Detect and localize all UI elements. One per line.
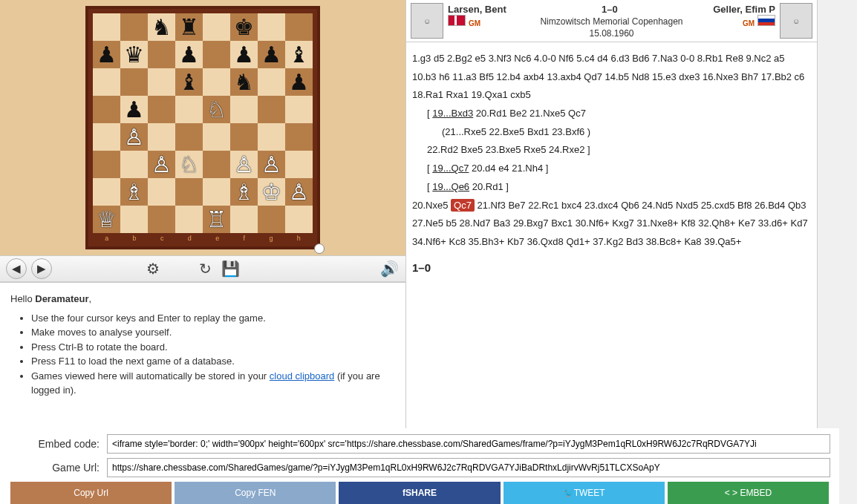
bN-piece[interactable]: ♞ <box>234 71 254 94</box>
square[interactable]: ♙ <box>285 178 313 206</box>
square[interactable] <box>93 68 120 96</box>
square[interactable]: ♝ <box>285 41 313 68</box>
square[interactable]: ♙ <box>148 151 175 178</box>
square[interactable]: ♟ <box>285 68 313 96</box>
square[interactable] <box>258 96 285 123</box>
square[interactable] <box>120 206 148 233</box>
square[interactable] <box>203 151 230 178</box>
copy-url-button[interactable]: Copy Url <box>10 482 172 504</box>
square[interactable] <box>148 206 175 233</box>
square[interactable] <box>175 123 203 151</box>
wP-piece[interactable]: ♙ <box>124 126 144 148</box>
variation-cont[interactable]: 22.Rd2 Bxe5 23.Bxe5 Rxe5 24.Rxe2 ] <box>427 141 811 160</box>
square[interactable] <box>120 13 148 41</box>
wP-piece[interactable]: ♙ <box>261 154 281 176</box>
chess-board[interactable]: ♞♜♚♟♛♟♟♟♝♝♞♟♟♘♙♙♘♙♙♗♗♔♙♕♖ <box>93 13 313 233</box>
square[interactable]: ♚ <box>230 13 258 41</box>
square[interactable] <box>285 151 313 178</box>
notation-area[interactable]: 1.g3 d5 2.Bg2 e5 3.Nf3 Nc6 4.0-0 Nf6 5.c… <box>406 42 817 446</box>
square[interactable] <box>203 13 230 41</box>
wN-piece[interactable]: ♘ <box>179 154 199 176</box>
square[interactable]: ♙ <box>258 151 285 178</box>
square[interactable] <box>258 13 285 41</box>
variation[interactable]: [ 19...Bxd3 20.Rd1 Be2 21.Nxe5 Qc7 <box>427 105 811 123</box>
wP-piece[interactable]: ♙ <box>151 154 172 176</box>
square[interactable] <box>285 206 313 233</box>
wK-piece[interactable]: ♔ <box>261 181 281 203</box>
square[interactable] <box>93 96 120 123</box>
square[interactable]: ♝ <box>175 68 203 96</box>
square[interactable] <box>148 123 175 151</box>
square[interactable]: ♟ <box>258 41 285 68</box>
square[interactable] <box>148 96 175 123</box>
bP-piece[interactable]: ♟ <box>289 71 309 94</box>
wB-piece[interactable]: ♗ <box>124 181 144 203</box>
bQ-piece[interactable]: ♛ <box>124 44 144 66</box>
square[interactable]: ♙ <box>230 151 258 178</box>
square[interactable] <box>258 68 285 96</box>
square[interactable] <box>285 123 313 151</box>
save-icon[interactable]: 💾 <box>220 258 241 279</box>
wQ-piece[interactable]: ♕ <box>97 209 117 231</box>
square[interactable] <box>285 96 313 123</box>
bR-piece[interactable]: ♜ <box>179 16 199 39</box>
square[interactable]: ♘ <box>203 96 230 123</box>
square[interactable] <box>203 41 230 68</box>
square[interactable] <box>285 13 313 41</box>
square[interactable] <box>93 123 120 151</box>
square[interactable]: ♟ <box>230 41 258 68</box>
bP-piece[interactable]: ♟ <box>179 44 199 66</box>
square[interactable]: ♙ <box>120 123 148 151</box>
square[interactable] <box>120 151 148 178</box>
square[interactable] <box>258 123 285 151</box>
square[interactable] <box>230 96 258 123</box>
square[interactable]: ♟ <box>93 41 120 68</box>
square[interactable] <box>175 96 203 123</box>
next-button[interactable]: ▶ <box>31 258 52 279</box>
wB-piece[interactable]: ♗ <box>234 181 254 203</box>
square[interactable]: ♕ <box>93 206 120 233</box>
square[interactable]: ♗ <box>230 178 258 206</box>
bP-piece[interactable]: ♟ <box>261 44 281 66</box>
engine-icon[interactable]: ⚙ <box>143 258 163 279</box>
square[interactable]: ♟ <box>120 96 148 123</box>
variation[interactable]: [ 19...Qc7 20.d4 e4 21.Nh4 ] <box>427 160 811 178</box>
bP-piece[interactable]: ♟ <box>97 44 117 66</box>
square[interactable] <box>175 178 203 206</box>
notation-main[interactable]: 1.g3 d5 2.Bg2 e5 3.Nf3 Nc6 4.0-0 Nf6 5.c… <box>412 50 811 105</box>
square[interactable] <box>203 68 230 96</box>
wP-piece[interactable]: ♙ <box>289 181 309 203</box>
bB-piece[interactable]: ♝ <box>179 71 199 94</box>
sound-icon[interactable]: 🔊 <box>379 258 400 279</box>
square[interactable] <box>148 41 175 68</box>
tweet-button[interactable]: 🐦 TWEET <box>504 482 665 504</box>
copy-fen-button[interactable]: Copy FEN <box>175 482 336 504</box>
cloud-clipboard-link[interactable]: cloud clipboard <box>270 370 334 382</box>
bP-piece[interactable]: ♟ <box>234 44 254 66</box>
embed-input[interactable] <box>107 434 830 454</box>
square[interactable] <box>230 206 258 233</box>
sub-variation[interactable]: (21...Rxe5 22.Bxe5 Bxd1 23.Bxf6 ) <box>442 123 811 142</box>
square[interactable]: ♟ <box>175 41 203 68</box>
flip-board-icon[interactable]: ↻ <box>195 258 215 279</box>
square[interactable] <box>148 178 175 206</box>
square[interactable]: ♜ <box>175 13 203 41</box>
wP-piece[interactable]: ♙ <box>234 154 254 176</box>
square[interactable]: ♞ <box>148 13 175 41</box>
share-button[interactable]: f SHARE <box>339 482 500 504</box>
square[interactable] <box>93 13 120 41</box>
bK-piece[interactable]: ♚ <box>234 16 254 39</box>
square[interactable] <box>203 123 230 151</box>
notation-main[interactable]: 20.Nxe5 Qc7 21.Nf3 Be7 22.Rc1 bxc4 23.dx… <box>412 197 811 252</box>
prev-button[interactable]: ◀ <box>6 258 27 279</box>
square[interactable]: ♘ <box>175 151 203 178</box>
square[interactable] <box>93 178 120 206</box>
square[interactable]: ♖ <box>203 206 230 233</box>
square[interactable] <box>230 123 258 151</box>
square[interactable] <box>120 68 148 96</box>
square[interactable]: ♞ <box>230 68 258 96</box>
square[interactable] <box>258 206 285 233</box>
variation[interactable]: [ 19...Qe6 20.Rd1 ] <box>427 178 811 197</box>
square[interactable]: ♗ <box>120 178 148 206</box>
wN-piece[interactable]: ♘ <box>206 99 227 121</box>
